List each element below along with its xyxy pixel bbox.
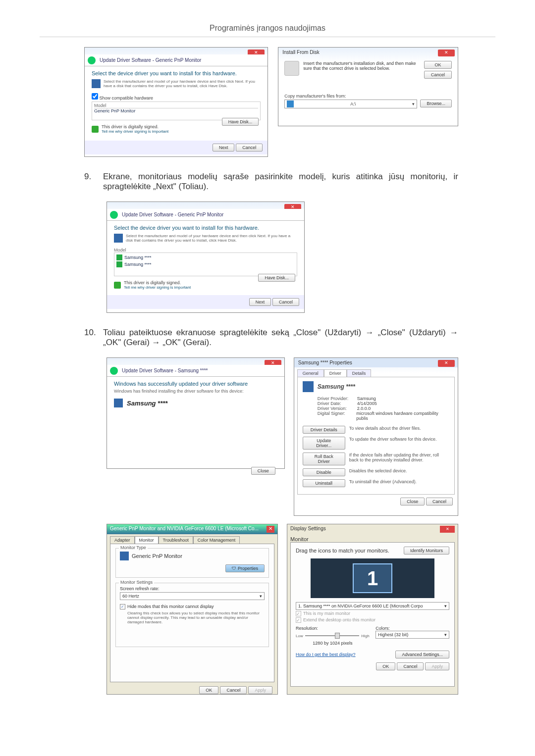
dialog-title: Generic PnP Monitor and NVIDIA GeForce 6…	[110, 526, 259, 533]
device-name: Samsung ****	[318, 383, 355, 390]
model-item[interactable]: Generic PnP Monitor	[94, 108, 258, 113]
monitor-name: Generic PnP Monitor	[132, 553, 182, 559]
ok-button[interactable]: OK	[424, 61, 452, 69]
disk-icon	[284, 61, 299, 76]
tab-general[interactable]: General	[297, 369, 324, 377]
browse-button[interactable]: Browse...	[420, 100, 452, 107]
disable-button[interactable]: Disable	[303, 468, 345, 476]
monitor-select[interactable]: 1. Samsung **** on NVIDIA GeForce 6600 L…	[296, 602, 449, 610]
update-driver-button[interactable]: Update Driver...	[303, 437, 345, 450]
chevron-down-icon[interactable]: ▾	[444, 604, 447, 608]
update-driver-model-dialog: ✕ Update Driver Software - Generic PnP M…	[107, 202, 305, 313]
close-button[interactable]: Close	[400, 498, 425, 505]
refresh-rate-select[interactable]: 60 Hertz▾	[120, 592, 265, 600]
disk-icon	[92, 79, 101, 88]
have-disk-button[interactable]: Have Disk...	[258, 274, 295, 282]
colors-select[interactable]: Highest (32 bit)▾	[375, 631, 449, 639]
monitor-icon	[303, 381, 314, 392]
update-driver-select-dialog: ✕ Update Driver Software - Generic PnP M…	[84, 47, 268, 157]
model-item[interactable]: Samsung ****	[116, 261, 295, 268]
chevron-down-icon[interactable]: ▾	[444, 632, 447, 637]
cancel-button[interactable]: Cancel	[397, 662, 424, 670]
tab-troubleshoot[interactable]: Troubleshoot	[159, 536, 193, 544]
tab-driver[interactable]: Driver	[324, 369, 347, 377]
shield-icon	[92, 126, 99, 133]
install-from-disk-dialog: ✕ Install From Disk Insert the manufactu…	[278, 47, 458, 126]
path-combobox[interactable]: A:\ ▾	[284, 100, 417, 108]
dialog-title: Display Settings	[290, 526, 326, 533]
cancel-button[interactable]: Cancel	[220, 686, 247, 694]
copy-from-label: Copy manufacturer's files from:	[284, 94, 452, 99]
dialog-title: Update Driver Software - Generic PnP Mon…	[85, 54, 268, 66]
dialog-message: Insert the manufacturer's installation d…	[303, 61, 420, 79]
cancel-button[interactable]: Cancel	[426, 498, 453, 505]
dialog-title: Samsung **** Properties	[294, 358, 458, 367]
tab-details[interactable]: Details	[347, 369, 372, 377]
chevron-down-icon[interactable]: ▾	[412, 101, 415, 106]
uninstall-button[interactable]: Uninstall	[303, 479, 345, 487]
properties-button[interactable]: 🛡 Properties	[225, 564, 265, 572]
signing-link[interactable]: Tell me why driver signing is important	[124, 285, 191, 290]
close-icon[interactable]: ✕	[267, 526, 274, 533]
best-display-link[interactable]: How do I get the best display?	[296, 652, 356, 657]
advanced-settings-button[interactable]: Advanced Settings...	[395, 651, 449, 658]
update-driver-success-dialog: ✕ Update Driver Software - Samsung **** …	[107, 357, 285, 469]
dialog-heading: Windows has successfully updated your dr…	[107, 377, 284, 389]
back-icon[interactable]	[110, 367, 118, 375]
dialog-subtext: Select the manufacturer and model of you…	[104, 79, 261, 88]
main-monitor-checkbox: ✓	[296, 611, 301, 616]
apply-button[interactable]: Apply	[248, 686, 272, 694]
ok-button[interactable]: OK	[199, 686, 218, 694]
rollback-driver-button[interactable]: Roll Back Driver	[303, 453, 345, 465]
resolution-slider[interactable]: Low High	[296, 631, 370, 641]
driver-details-button[interactable]: Driver Details	[303, 426, 345, 434]
dialog-heading: Select the device driver you want to ins…	[92, 70, 261, 76]
drag-label: Drag the icons to match your monitors.	[296, 548, 389, 554]
disk-icon	[114, 234, 123, 243]
cancel-button[interactable]: Cancel	[236, 144, 263, 151]
close-icon[interactable]: ✕	[438, 50, 455, 56]
floppy-icon	[287, 101, 294, 107]
tab-adapter[interactable]: Adapter	[110, 536, 135, 544]
resolution-value: 1280 by 1024 pixels	[296, 641, 370, 646]
slider-thumb[interactable]	[335, 633, 340, 639]
monitor-adapter-dialog: Generic PnP Monitor and NVIDIA GeForce 6…	[107, 524, 278, 695]
next-button[interactable]: Next	[249, 298, 271, 306]
close-button[interactable]: Close	[251, 467, 275, 475]
tab-monitor[interactable]: Monitor	[290, 536, 309, 542]
dialog-title: Update Driver Software - Generic PnP Mon…	[107, 209, 304, 221]
cancel-button[interactable]: Cancel	[272, 298, 299, 306]
identify-monitors-button[interactable]: Identify Monitors	[404, 547, 449, 554]
model-list[interactable]: Samsung **** Samsung ****	[114, 252, 297, 276]
apply-button[interactable]: Apply	[425, 662, 449, 670]
show-compatible-checkbox[interactable]	[92, 93, 98, 100]
extend-desktop-checkbox: ✓	[296, 617, 301, 623]
ok-button[interactable]: OK	[376, 662, 395, 670]
device-icon	[116, 261, 122, 267]
dialog-title: Install From Disk	[278, 48, 458, 57]
monitor-icon	[120, 552, 129, 560]
step-10: 10. Toliau pateiktuose ekranuose spragte…	[84, 328, 458, 348]
monitor-1-icon[interactable]: 1	[353, 563, 392, 593]
device-name: Samsung ****	[127, 400, 167, 407]
display-settings-dialog: Display Settings ✕ Monitor Drag the icon…	[287, 524, 458, 695]
hide-modes-checkbox[interactable]: ✓	[120, 604, 125, 609]
have-disk-button[interactable]: Have Disk...	[222, 118, 259, 126]
next-button[interactable]: Next	[213, 144, 235, 151]
chevron-down-icon[interactable]: ▾	[260, 594, 262, 599]
close-icon[interactable]: ✕	[440, 526, 455, 533]
tab-monitor[interactable]: Monitor	[135, 536, 159, 544]
cancel-button[interactable]: Cancel	[424, 71, 452, 79]
colors-label: Colors:	[375, 626, 449, 631]
step-9: 9. Ekrane, monitoriaus modelių sąraše pa…	[84, 172, 458, 192]
monitor-preview[interactable]: 1	[311, 558, 434, 598]
monitor-icon	[114, 399, 123, 407]
dialog-heading: Select the device driver you want to ins…	[114, 225, 297, 231]
shield-icon	[114, 282, 121, 289]
refresh-rate-label: Screen refresh rate:	[120, 586, 265, 591]
tab-color[interactable]: Color Management	[193, 536, 240, 544]
dialog-subtext: Select the manufacturer and model of you…	[126, 234, 297, 243]
close-icon[interactable]: ✕	[438, 360, 455, 367]
signing-link[interactable]: Tell me why driver signing is important	[102, 129, 168, 134]
model-item[interactable]: Samsung ****	[116, 254, 295, 261]
